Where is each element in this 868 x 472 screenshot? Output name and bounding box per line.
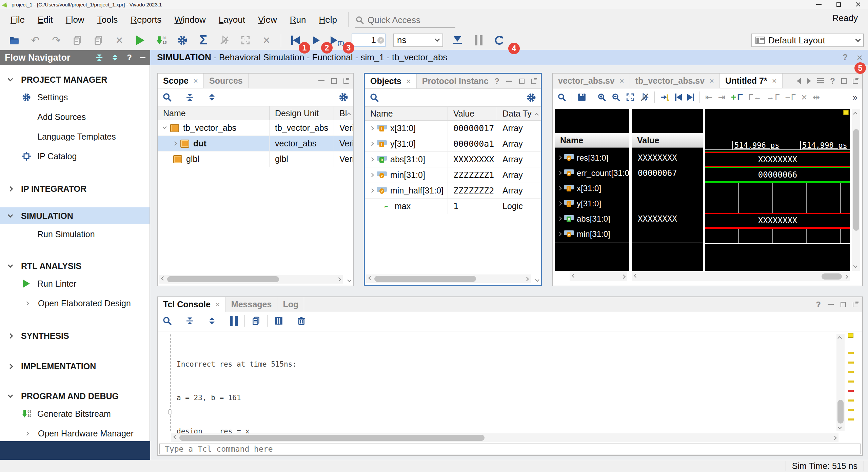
scroll-thumb[interactable]: [822, 273, 842, 280]
quick-access-search[interactable]: [355, 13, 455, 28]
wave-vscrollbar[interactable]: [852, 109, 860, 271]
sidebar-item-open-elaborated-design[interactable]: Open Elaborated Design: [0, 295, 150, 312]
scroll-right-icon[interactable]: [621, 274, 626, 279]
wave-signal-res[interactable]: vres[31:0]: [555, 150, 629, 165]
scroll-thumb[interactable]: [374, 276, 476, 282]
validate-button-disabled[interactable]: [218, 34, 231, 47]
scroll-thumb[interactable]: [853, 129, 859, 231]
menu-reports[interactable]: Reports: [124, 12, 168, 28]
panel-float-icon[interactable]: [343, 78, 349, 84]
settings-button[interactable]: [176, 34, 189, 47]
swap-next-icon-disabled[interactable]: ⇥: [718, 92, 726, 103]
scroll-left-icon[interactable]: [161, 276, 165, 281]
time-unit-select[interactable]: ns: [393, 34, 443, 47]
panel-float-icon[interactable]: [531, 79, 537, 84]
close-icon[interactable]: ×: [193, 76, 198, 86]
scroll-down-icon[interactable]: [853, 264, 857, 268]
scope-hscrollbar[interactable]: [159, 275, 343, 284]
objects-row-min-half[interactable]: vmin_half[31:0] ZZZZZZZ2 Array: [365, 183, 541, 199]
scroll-left-icon[interactable]: [368, 276, 373, 280]
sidebar-item-settings[interactable]: Settings: [0, 89, 150, 106]
tab-untitled-7[interactable]: Untitled 7*×: [720, 74, 783, 88]
previous-transition-button[interactable]: [675, 94, 682, 101]
panel-help-icon[interactable]: ?: [830, 76, 835, 86]
sidebar-item-run-simulation[interactable]: Run Simulation: [0, 226, 150, 243]
cursor-off-icon[interactable]: [640, 93, 649, 102]
tab-log[interactable]: Log: [277, 297, 304, 312]
wave-hscrollbar[interactable]: [632, 272, 850, 281]
search-icon[interactable]: [370, 93, 379, 102]
zoom-fit-icon[interactable]: [626, 93, 635, 102]
sidebar-item-ip-catalog[interactable]: IP Catalog: [0, 148, 150, 165]
console-hscrollbar[interactable]: [171, 433, 839, 442]
column-design-unit[interactable]: Design Unit: [270, 106, 334, 120]
sidebar-section-rtl-analysis[interactable]: RTL ANALYSIS: [0, 258, 150, 274]
copy-icon[interactable]: [252, 316, 260, 325]
panel-help-icon[interactable]: ?: [816, 300, 821, 309]
scroll-right-icon[interactable]: [525, 277, 529, 281]
sim-run-for-time-button[interactable]: (T): [331, 34, 344, 47]
sim-step-button[interactable]: [451, 34, 464, 47]
sidebar-item-run-linter[interactable]: Run Linter: [0, 275, 150, 292]
sim-relaunch-button[interactable]: [493, 34, 506, 47]
tab-protocol-instances[interactable]: Protocol Instanc: [417, 74, 494, 88]
wave-value-header[interactable]: Value: [632, 133, 703, 148]
menu-flow[interactable]: Flow: [59, 12, 91, 28]
scroll-down-icon[interactable]: [347, 278, 352, 282]
tab-tb-vector-abs-sv[interactable]: tb_vector_abs.sv×: [630, 74, 720, 88]
wave-signal-x[interactable]: Ix[31:0]: [555, 181, 629, 196]
clear-button-disabled[interactable]: ×: [260, 34, 273, 47]
tab-messages[interactable]: Messages: [226, 297, 278, 312]
close-icon[interactable]: ×: [215, 300, 220, 309]
scroll-up-icon[interactable]: [837, 336, 842, 341]
objects-row-x[interactable]: Ix[31:0] 00000017 Array: [365, 121, 541, 136]
wave-signal-err-count[interactable]: verr_count[31:0: [555, 165, 629, 181]
column-data-type[interactable]: Data Ty: [497, 107, 535, 120]
scroll-left-icon[interactable]: [173, 435, 178, 439]
tab-scroll-right-icon[interactable]: [807, 78, 811, 84]
sidebar-section-implementation[interactable]: IMPLEMENTATION: [0, 358, 150, 375]
previous-marker-button-disabled[interactable]: Γ←: [748, 92, 761, 103]
layout-selector[interactable]: Default Layout: [751, 34, 864, 47]
tab-sources[interactable]: Sources: [204, 74, 248, 88]
tab-objects[interactable]: Objects×: [365, 74, 417, 88]
delete-marker-icon-disabled[interactable]: ×: [801, 91, 807, 103]
tab-list-icon[interactable]: [817, 77, 824, 84]
panel-help-icon[interactable]: ?: [494, 77, 499, 86]
next-transition-button[interactable]: [687, 94, 694, 101]
window-minimize-button[interactable]: [809, 0, 829, 9]
sidebar-section-ip-integrator[interactable]: IP INTEGRATOR: [0, 180, 150, 197]
go-to-time-icon[interactable]: [660, 93, 670, 102]
sidebar-item-add-sources[interactable]: Add Sources: [0, 108, 150, 125]
tcl-command-input[interactable]: [165, 445, 825, 453]
scroll-left-icon[interactable]: [634, 273, 638, 278]
undo-button[interactable]: ↶: [28, 34, 42, 47]
banner-close-icon[interactable]: ×: [856, 52, 863, 63]
banner-help-icon[interactable]: ?: [843, 52, 848, 63]
window-close-button[interactable]: [848, 0, 868, 9]
panel-float-icon[interactable]: [853, 78, 858, 84]
panel-minimize-icon[interactable]: [318, 80, 324, 81]
sidebar-item-generate-bitstream[interactable]: Generate Bitstream: [0, 405, 150, 422]
menu-run[interactable]: Run: [283, 12, 313, 28]
expand-all-icon[interactable]: [111, 54, 119, 61]
open-project-button[interactable]: [7, 34, 21, 47]
menu-file[interactable]: File: [4, 12, 31, 28]
expand-all-icon[interactable]: [208, 317, 216, 325]
column-block-type[interactable]: Block Typ: [334, 106, 347, 120]
sidebar-section-synthesis[interactable]: SYNTHESIS: [0, 327, 150, 344]
sim-time-field[interactable]: ×: [352, 34, 386, 47]
pause-output-icon[interactable]: [230, 316, 238, 326]
search-icon[interactable]: [162, 93, 172, 102]
save-icon[interactable]: [577, 93, 586, 102]
panel-maximize-icon[interactable]: [841, 302, 846, 307]
search-icon[interactable]: [557, 93, 566, 102]
quick-access-input[interactable]: [368, 15, 442, 25]
panel-minimize-icon[interactable]: [506, 81, 512, 82]
scroll-up-icon[interactable]: [853, 112, 857, 116]
panel-maximize-icon[interactable]: [519, 79, 525, 84]
scroll-left-icon[interactable]: [572, 273, 576, 278]
objects-row-max[interactable]: ⌐max 1 Logic: [365, 199, 541, 214]
gear-icon[interactable]: [339, 93, 348, 102]
expand-all-icon[interactable]: [208, 93, 216, 101]
